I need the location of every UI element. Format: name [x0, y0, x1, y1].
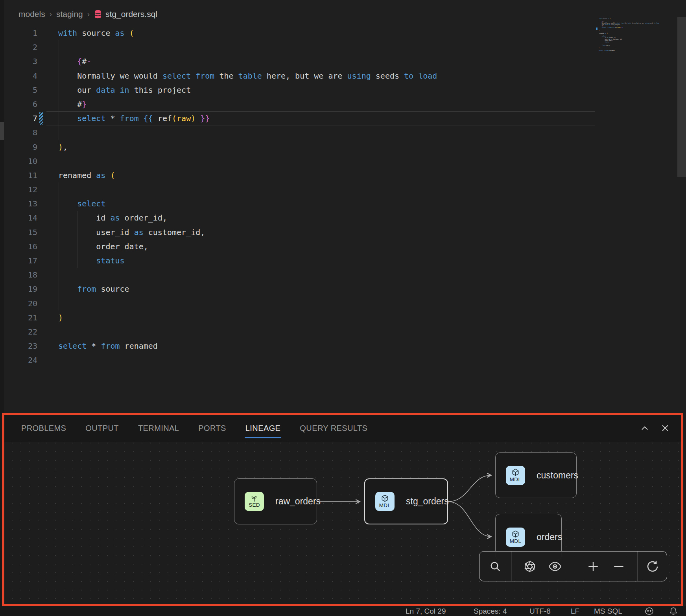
notifications-button[interactable]	[669, 607, 678, 616]
tab-output[interactable]: OUTPUT	[85, 423, 119, 433]
aperture-button[interactable]	[524, 560, 536, 573]
visibility-button[interactable]	[548, 560, 562, 573]
cursor-position[interactable]: Ln 7, Col 29	[406, 606, 446, 616]
plus-icon	[587, 560, 599, 573]
model-badge: MDL	[375, 492, 395, 511]
lineage-node-raw-orders[interactable]: SED raw_orders	[234, 478, 317, 524]
badge-label: MDL	[379, 502, 391, 508]
code-line[interactable]: 23select * from renamed	[0, 339, 595, 353]
line-number: 4	[0, 69, 37, 83]
lineage-node-stg-orders[interactable]: MDL stg_orders	[364, 478, 448, 524]
vscode-window: models › staging › stg_orders.sql 1with …	[0, 0, 686, 616]
line-number: 2	[0, 40, 37, 54]
line-number: 13	[0, 197, 37, 211]
code-line[interactable]: 13 select	[0, 197, 595, 211]
code-line[interactable]: 6 #}	[0, 97, 595, 111]
breadcrumb-item-models[interactable]: models	[18, 9, 45, 19]
code-line[interactable]: 9),	[0, 140, 595, 154]
code-line[interactable]: 11renamed as (	[0, 168, 595, 182]
line-number: 15	[0, 225, 37, 239]
zoom-out-button[interactable]	[612, 560, 625, 573]
editor-scrollbar[interactable]	[677, 17, 686, 177]
breadcrumb-file-name: stg_orders.sql	[105, 9, 157, 19]
search-icon	[489, 560, 502, 573]
tab-terminal[interactable]: TERMINAL	[138, 423, 179, 433]
badge-label: SED	[249, 502, 260, 508]
code-line[interactable]: 21)	[0, 311, 595, 325]
encoding[interactable]: UTF-8	[529, 606, 551, 616]
code-line[interactable]: 10	[0, 154, 595, 168]
minimap[interactable]: with source as ( {#- Normally we would s…	[595, 16, 677, 181]
badge-label: MDL	[510, 538, 521, 544]
close-panel-button[interactable]	[660, 423, 670, 433]
refresh-button[interactable]	[646, 560, 659, 573]
code-line[interactable]: 14 id as order_id,	[0, 211, 595, 225]
line-number: 1	[0, 26, 37, 40]
panel-tab-bar: PROBLEMS OUTPUT TERMINAL PORTS LINEAGE Q…	[3, 414, 683, 442]
copilot-icon	[644, 607, 654, 616]
collapse-panel-button[interactable]	[640, 423, 650, 433]
line-number: 20	[0, 296, 37, 311]
model-badge: MDL	[506, 528, 525, 547]
code-line[interactable]: 18	[0, 268, 595, 282]
close-icon	[660, 423, 670, 433]
code-line[interactable]: 1with source as (	[0, 26, 595, 40]
chevron-right-icon: ›	[50, 10, 52, 18]
code-line[interactable]: 19 from source	[0, 282, 595, 296]
lineage-canvas[interactable]: SED raw_orders MDL stg_orders MDL	[3, 442, 683, 606]
code-line[interactable]: 17 status	[0, 254, 595, 268]
code-line[interactable]: 8	[0, 125, 595, 140]
badge-label: MDL	[510, 476, 521, 482]
code-line[interactable]: 4 Normally we would select from the tabl…	[0, 69, 595, 83]
tab-ports[interactable]: PORTS	[198, 423, 226, 433]
tab-problems[interactable]: PROBLEMS	[21, 423, 66, 433]
database-icon	[94, 10, 102, 18]
line-number: 12	[0, 182, 37, 197]
copilot-button[interactable]	[644, 607, 654, 616]
line-number: 7	[0, 111, 37, 125]
lineage-edge	[448, 502, 491, 537]
line-number: 3	[0, 54, 37, 68]
node-label: orders	[537, 532, 562, 542]
code-line[interactable]: 7 select * from {{ ref(raw) }}	[0, 111, 595, 125]
line-number: 5	[0, 83, 37, 97]
status-bar: Ln 7, Col 29 Spaces: 4 UTF-8 LF MS SQL	[0, 606, 686, 616]
code-line[interactable]: 20	[0, 296, 595, 311]
code-line[interactable]: 2	[0, 40, 595, 54]
breadcrumb-file[interactable]: stg_orders.sql	[94, 9, 157, 19]
minimap-code: with source as ( {#- Normally we would s…	[599, 18, 659, 53]
code-line[interactable]: 5 our data in this project	[0, 83, 595, 97]
line-number: 9	[0, 140, 37, 154]
line-number: 21	[0, 311, 37, 325]
code-line[interactable]: 12	[0, 182, 595, 197]
minus-icon	[612, 560, 625, 573]
zoom-in-button[interactable]	[587, 560, 599, 573]
node-label: customers	[537, 470, 578, 481]
lineage-toolbar	[479, 551, 667, 581]
chevron-up-icon	[640, 423, 650, 433]
line-number: 23	[0, 339, 37, 353]
bell-icon	[669, 607, 678, 616]
line-number: 19	[0, 282, 37, 296]
code-line[interactable]: 3 {#-	[0, 54, 595, 68]
lineage-node-customers[interactable]: MDL customers	[495, 452, 577, 498]
sprout-icon	[251, 495, 258, 502]
line-number: 14	[0, 211, 37, 225]
code-line[interactable]: 15 user_id as customer_id,	[0, 225, 595, 239]
code-line[interactable]: 22	[0, 325, 595, 339]
lineage-edge	[448, 475, 491, 502]
tab-query-results[interactable]: QUERY RESULTS	[300, 423, 367, 433]
line-number: 11	[0, 168, 37, 182]
seed-badge: SED	[245, 492, 264, 511]
indentation[interactable]: Spaces: 4	[474, 606, 507, 616]
search-button[interactable]	[489, 560, 502, 573]
line-number: 22	[0, 325, 37, 339]
tab-lineage[interactable]: LINEAGE	[245, 423, 281, 433]
code-editor[interactable]: 1with source as (23 {#-4 Normally we wou…	[0, 26, 595, 368]
breadcrumb-item-staging[interactable]: staging	[56, 9, 83, 19]
line-number: 16	[0, 239, 37, 254]
code-line[interactable]: 16 order_date,	[0, 239, 595, 254]
code-line[interactable]: 24	[0, 353, 595, 367]
language-mode[interactable]: MS SQL	[594, 606, 622, 616]
eol-sequence[interactable]: LF	[571, 606, 579, 616]
